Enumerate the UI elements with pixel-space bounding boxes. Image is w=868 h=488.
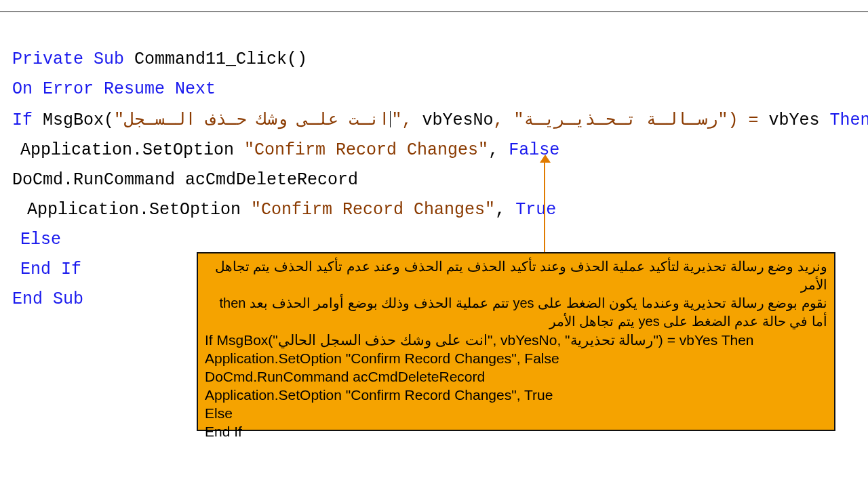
keyword-if: If [12, 110, 33, 130]
keyword-private-sub: Private Sub [12, 49, 124, 69]
note-code-2: Application.SetOption "Confirm Record Ch… [205, 349, 827, 367]
keyword-false: False [509, 140, 559, 160]
comma-1: , [488, 140, 509, 160]
string-open-quote-1: " [114, 110, 124, 130]
code-line-7: Else [12, 225, 868, 255]
keyword-endif: End If [20, 260, 81, 279]
app-setoption-2: Application.SetOption [27, 200, 251, 220]
divider-line [0, 11, 868, 12]
keyword-else: Else [20, 230, 61, 249]
docmd-run: DoCmd.RunCommand acCmdDeleteRecord [12, 170, 358, 190]
note-code-1: If MsgBox("انت على وشك حذف السجل الحالي"… [205, 331, 827, 349]
keyword-true: True [515, 200, 556, 220]
note-code-5: Else [205, 404, 827, 422]
string-arabic-1: انـت علـى وشك حـذف الـسـجل [124, 109, 389, 129]
keyword-on-error: On Error Resume Next [12, 79, 216, 99]
note-code-3: DoCmd.RunCommand acCmdDeleteRecord [205, 367, 827, 386]
note-paragraph-2: نقوم بوضع رسالة تحذيرية وعندما يكون الضغ… [205, 294, 827, 331]
string-open-quote-2: , " [493, 110, 524, 130]
fn-msgbox: MsgBox( [43, 110, 114, 130]
code-line-5: DoCmd.RunCommand acCmdDeleteRecord [12, 165, 868, 195]
code-line-1: Private Sub Command11_Click() [12, 45, 868, 75]
annotation-box: ونريد وضع رسالة تحذيرية لتأكيد عملية الح… [197, 252, 835, 431]
string-confirm-1: "Confirm Record Changes" [244, 140, 488, 160]
code-line-6: Application.SetOption "Confirm Record Ch… [12, 195, 868, 225]
code-line-2: On Error Resume Next [12, 75, 868, 104]
comma-2: , [495, 200, 515, 220]
note-paragraph-1: ونريد وضع رسالة تحذيرية لتأكيد عملية الح… [205, 258, 827, 294]
code-line-4: Application.SetOption "Confirm Record Ch… [12, 136, 868, 165]
annotation-arrow-head-icon [540, 155, 551, 163]
app-setoption-1: Application.SetOption [20, 140, 244, 160]
note-code-4: Application.SetOption "Confirm Record Ch… [205, 386, 827, 404]
page: Private Sub Command11_Click() On Error R… [0, 0, 868, 488]
annotation-arrow-line [544, 160, 545, 253]
string-arabic-2: رسـالـة تـحـذيـريـة [524, 109, 717, 129]
keyword-then: Then [820, 110, 869, 130]
keyword-endsub: End Sub [12, 289, 83, 309]
const-vbyes: vbYes [768, 110, 819, 130]
note-code-6: End If [205, 422, 827, 441]
identifier-subname-text: Command11_Click() [134, 49, 307, 69]
string-confirm-2: "Confirm Record Changes" [251, 200, 495, 220]
string-close-1: ", [391, 110, 422, 130]
code-line-3: If MsgBox("انـت علـى وشك حـذف الـسـجل", … [12, 104, 868, 136]
const-vbyesno: vbYesNo [422, 110, 493, 130]
string-close-2: ") = [717, 110, 768, 130]
